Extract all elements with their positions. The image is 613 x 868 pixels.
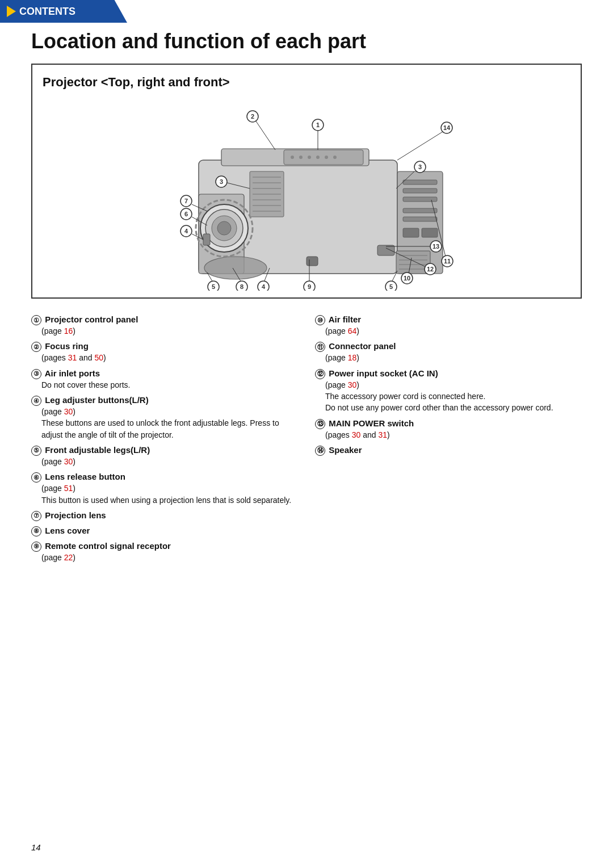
svg-text:8: 8 (240, 283, 243, 290)
svg-point-7 (204, 257, 267, 279)
svg-rect-22 (422, 228, 438, 237)
desc-col-right: ⑩ Air filter (page 64) ⑪ Connector panel… (315, 315, 582, 568)
svg-rect-20 (403, 217, 437, 221)
num-4: ④ (31, 396, 41, 406)
title-6: Lens release button (45, 472, 125, 481)
svg-rect-37 (203, 234, 210, 245)
svg-point-12 (316, 156, 320, 159)
num-6: ⑥ (31, 472, 41, 483)
item-1: ① Projector control panel (page 16) (31, 315, 298, 337)
svg-text:10: 10 (404, 275, 410, 282)
svg-text:1: 1 (316, 121, 320, 128)
svg-point-11 (308, 156, 311, 159)
ref-2b[interactable]: 50 (94, 353, 103, 362)
num-13: ⑬ (315, 419, 325, 429)
num-12: ⑫ (315, 369, 325, 379)
ref-6[interactable]: 51 (64, 484, 73, 493)
svg-text:5: 5 (389, 283, 393, 290)
arrow-icon (7, 6, 16, 17)
title-5: Front adjustable legs(L/R) (45, 445, 150, 455)
title-9: Remote control signal receptor (45, 541, 171, 551)
item-8: ⑧ Lens cover (31, 526, 298, 536)
svg-text:3: 3 (418, 163, 422, 170)
title-7: Projection lens (45, 510, 106, 520)
ref-13b[interactable]: 31 (378, 430, 387, 439)
num-11: ⑪ (315, 342, 325, 352)
svg-rect-36 (377, 245, 394, 255)
title-3: Air inlet ports (45, 368, 100, 378)
svg-text:11: 11 (444, 258, 451, 265)
item-9: ⑨ Remote control signal receptor (page 2… (31, 541, 298, 563)
num-8: ⑧ (31, 526, 41, 536)
item-14: ⑭ Speaker (315, 445, 582, 456)
svg-text:9: 9 (308, 283, 311, 290)
svg-text:5: 5 (212, 283, 215, 290)
num-10: ⑩ (315, 315, 325, 325)
num-3: ③ (31, 369, 41, 379)
svg-rect-17 (403, 188, 437, 193)
item-11: ⑪ Connector panel (page 18) (315, 341, 582, 363)
svg-rect-18 (403, 197, 437, 202)
title-13: MAIN POWER switch (329, 418, 414, 428)
svg-text:14: 14 (443, 124, 451, 131)
svg-line-43 (255, 120, 275, 150)
svg-rect-8 (284, 150, 363, 165)
contents-label: CONTENTS (19, 6, 75, 18)
title-14: Speaker (329, 445, 362, 455)
projector-section: Projector <Top, right and front> (31, 64, 582, 299)
ref-9[interactable]: 22 (64, 553, 73, 562)
item-7: ⑦ Projection lens (31, 510, 298, 521)
svg-text:12: 12 (427, 266, 434, 272)
num-14: ⑭ (315, 446, 325, 456)
page-title: Location and function of each part (31, 30, 582, 53)
svg-rect-21 (403, 228, 419, 237)
ref-1[interactable]: 16 (64, 326, 73, 336)
svg-text:6: 6 (184, 211, 188, 217)
svg-rect-38 (306, 257, 318, 266)
item-10: ⑩ Air filter (page 64) (315, 315, 582, 337)
svg-text:2: 2 (251, 113, 254, 120)
svg-text:4: 4 (184, 228, 188, 234)
item-4: ④ Leg adjuster buttons(L/R) (page 30) Th… (31, 395, 298, 441)
title-2: Focus ring (45, 341, 89, 351)
item-12: ⑫ Power input socket (AC IN) (page 30) T… (315, 368, 582, 414)
ref-5[interactable]: 30 (64, 457, 73, 466)
svg-point-9 (291, 156, 294, 159)
svg-line-85 (397, 132, 443, 160)
ref-11[interactable]: 18 (348, 353, 357, 362)
item-3: ③ Air inlet ports Do not cover these por… (31, 368, 298, 391)
description-columns: ① Projector control panel (page 16) ② Fo… (31, 315, 582, 568)
svg-point-10 (299, 156, 303, 159)
title-12: Power input socket (AC IN) (329, 368, 438, 378)
svg-point-13 (325, 156, 328, 159)
contents-tab[interactable]: CONTENTS (0, 0, 127, 23)
desc-col-left: ① Projector control panel (page 16) ② Fo… (31, 315, 315, 568)
num-2: ② (31, 342, 41, 352)
num-5: ⑤ (31, 446, 41, 456)
projector-diagram: 1 2 3 3 4 5 (43, 98, 570, 291)
num-9: ⑨ (31, 542, 41, 552)
item-6: ⑥ Lens release button (page 51) This but… (31, 472, 298, 506)
ref-12[interactable]: 30 (348, 380, 357, 389)
item-5: ⑤ Front adjustable legs(L/R) (page 30) (31, 445, 298, 467)
page-content: Location and function of each part Proje… (0, 0, 613, 602)
ref-13a[interactable]: 30 (352, 430, 361, 439)
svg-rect-16 (403, 180, 437, 184)
title-4: Leg adjuster buttons(L/R) (45, 395, 149, 405)
item-2: ② Focus ring (pages 31 and 50) (31, 341, 298, 363)
projector-svg: 1 2 3 3 4 5 (108, 98, 505, 291)
title-8: Lens cover (45, 526, 90, 535)
ref-10[interactable]: 64 (348, 326, 357, 336)
section-title: Projector <Top, right and front> (43, 75, 570, 90)
detail-3: Do not cover these ports. (41, 379, 298, 391)
num-1: ① (31, 315, 41, 325)
num-7: ⑦ (31, 511, 41, 521)
svg-point-14 (333, 156, 337, 159)
ref-2a[interactable]: 31 (68, 353, 77, 362)
svg-rect-19 (403, 208, 437, 213)
svg-text:3: 3 (220, 178, 223, 185)
ref-4[interactable]: 30 (64, 407, 73, 416)
svg-text:13: 13 (433, 243, 439, 250)
page-number: 14 (31, 842, 41, 852)
item-13: ⑬ MAIN POWER switch (pages 30 and 31) (315, 418, 582, 441)
